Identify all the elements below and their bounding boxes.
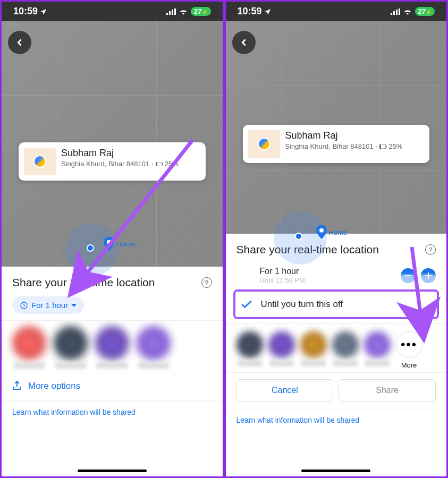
cancel-button[interactable]: Cancel [236, 379, 334, 402]
share-button[interactable]: Share [339, 379, 436, 402]
map-background: Subham Raj Singhia Khurd, Bihar 848101 ·… [2, 21, 223, 267]
wifi-icon [403, 8, 412, 15]
location-arrow-icon [40, 8, 47, 15]
battery-icon [156, 162, 163, 166]
svg-rect-2 [172, 10, 173, 15]
svg-rect-16 [386, 146, 387, 148]
status-time: 10:59 [13, 6, 38, 17]
duration-option-1hour[interactable]: For 1 hour Until 11:59 PM [226, 263, 447, 287]
pin-icon [104, 237, 114, 251]
help-button[interactable]: ? [425, 244, 436, 255]
status-bar: 10:59 27⚡ [226, 2, 447, 21]
current-location-marker [295, 233, 302, 240]
more-label: More [401, 361, 417, 369]
phone-screenshot-right: 10:59 27⚡ Subham Raj S [224, 0, 449, 478]
svg-point-7 [107, 240, 111, 244]
status-bar: 10:59 27⚡ [2, 2, 223, 21]
check-icon [241, 300, 252, 309]
svg-rect-5 [156, 162, 157, 166]
svg-point-17 [319, 228, 323, 233]
back-button[interactable] [8, 31, 31, 54]
svg-rect-6 [162, 163, 163, 165]
clock-icon [20, 301, 28, 310]
contact-item[interactable] [95, 326, 129, 369]
svg-rect-15 [379, 144, 381, 149]
help-button[interactable]: ? [201, 277, 212, 288]
svg-rect-11 [393, 11, 395, 15]
contact-item[interactable] [268, 331, 295, 369]
pin-icon [316, 225, 327, 239]
more-circle: ••• [396, 331, 422, 358]
signal-icon [391, 8, 400, 15]
share-bottom-sheet: Share your real-time location ? For 1 ho… [2, 267, 223, 424]
battery-indicator: 27⚡ [191, 7, 210, 16]
card-map-thumbnail [24, 148, 56, 175]
svg-rect-10 [391, 13, 392, 15]
status-time: 10:59 [238, 6, 262, 17]
contacts-list: ••• More [226, 323, 447, 372]
contact-item[interactable] [332, 331, 359, 369]
duration-chip[interactable]: For 1 hour [12, 296, 84, 314]
signal-icon [166, 8, 176, 15]
map-background: Subham Raj Singhia Khurd, Bihar 848101 ·… [226, 21, 447, 234]
user-avatar-icon [258, 138, 271, 150]
contact-item[interactable] [137, 326, 171, 369]
battery-indicator: 27⚡ [415, 7, 435, 16]
option-text: Until you turn this off [261, 299, 343, 310]
contact-item[interactable] [236, 331, 263, 369]
card-name: Subham Raj [285, 130, 425, 141]
svg-rect-12 [396, 10, 398, 15]
battery-icon [379, 144, 387, 149]
contact-item[interactable] [12, 326, 46, 369]
current-location-marker [87, 244, 94, 252]
home-pin-label: Home [329, 228, 348, 236]
home-indicator[interactable] [301, 470, 370, 472]
duration-option-until-off[interactable]: Until you turn this off [233, 289, 439, 319]
chevron-left-icon [238, 37, 250, 48]
contacts-list [2, 320, 223, 372]
chevron-left-icon [14, 37, 26, 48]
svg-rect-3 [174, 8, 176, 15]
sheet-title: Share your real-time location [12, 276, 155, 289]
card-map-thumbnail [248, 130, 280, 158]
more-contacts-button[interactable]: ••• More [396, 331, 422, 369]
home-pin[interactable]: Home [104, 237, 135, 251]
phone-screenshot-left: 10:59 27⚡ Subham Raj S [0, 0, 224, 478]
contact-item[interactable] [54, 326, 88, 369]
svg-rect-1 [169, 11, 171, 15]
share-icon [12, 381, 22, 391]
svg-rect-13 [399, 8, 400, 15]
user-avatar-icon [33, 155, 46, 168]
card-name: Subham Raj [61, 148, 200, 159]
share-bottom-sheet: Share your real-time location ? For 1 ho… [226, 234, 447, 432]
home-pin[interactable]: Home [316, 225, 348, 239]
location-arrow-icon [264, 8, 272, 15]
contact-item[interactable] [300, 331, 327, 369]
dropdown-arrow-icon [71, 304, 77, 307]
more-options-button[interactable]: More options [2, 372, 223, 400]
learn-more-link[interactable]: Learn what information will be shared [2, 400, 223, 424]
card-address-line: Singhia Khurd, Bihar 848101 · 25% [61, 160, 200, 168]
wifi-icon [179, 8, 188, 15]
location-info-card[interactable]: Subham Raj Singhia Khurd, Bihar 848101 ·… [19, 142, 206, 181]
back-button[interactable] [232, 31, 256, 54]
location-info-card[interactable]: Subham Raj Singhia Khurd, Bihar 848101 ·… [243, 125, 430, 163]
home-indicator[interactable] [78, 470, 147, 472]
home-pin-label: Home [116, 240, 135, 248]
card-address-line: Singhia Khurd, Bihar 848101 · 25% [285, 142, 425, 150]
contact-item[interactable] [364, 331, 391, 369]
svg-rect-0 [166, 13, 168, 15]
learn-more-link[interactable]: Learn what information will be shared [226, 408, 447, 432]
